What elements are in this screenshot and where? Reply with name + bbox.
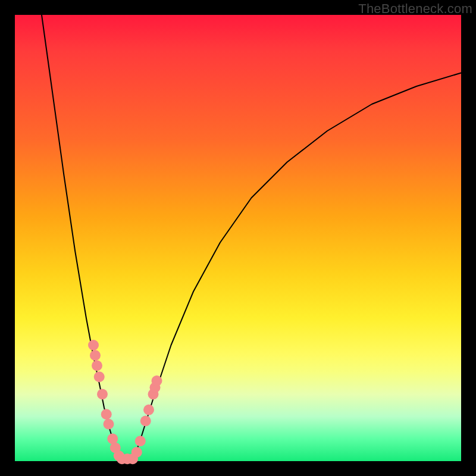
- highlight-dots: [88, 340, 162, 464]
- highlight-dot: [140, 416, 151, 427]
- highlight-dot: [143, 405, 154, 415]
- chart-frame: TheBottleneck.com: [0, 0, 476, 476]
- highlight-dot: [92, 361, 102, 371]
- highlight-dot: [97, 389, 108, 400]
- highlight-dot: [131, 447, 142, 458]
- highlight-dot: [104, 419, 114, 430]
- plot-area: [15, 15, 461, 461]
- highlight-dot: [101, 409, 112, 419]
- highlight-dot: [94, 371, 105, 382]
- highlight-dot: [90, 350, 101, 361]
- chart-svg: [15, 15, 461, 461]
- highlight-dot: [135, 436, 146, 446]
- highlight-dot: [88, 340, 99, 350]
- highlight-dot: [152, 375, 162, 386]
